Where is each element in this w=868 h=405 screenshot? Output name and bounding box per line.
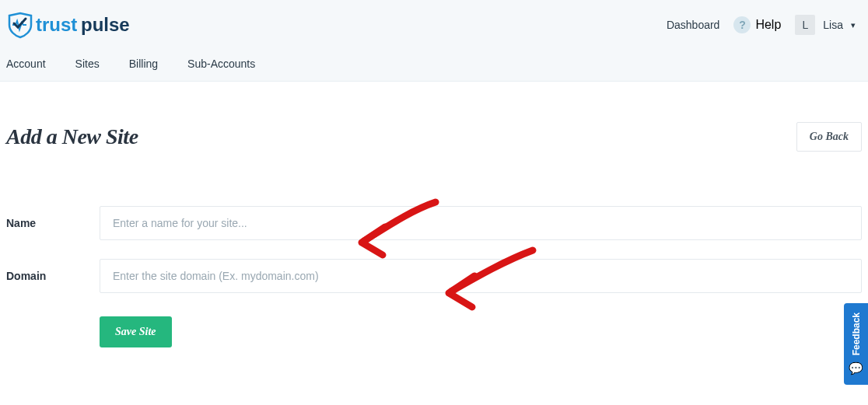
help-label: Help: [755, 18, 781, 32]
go-back-button[interactable]: Go Back: [796, 122, 862, 152]
feedback-label: Feedback: [851, 312, 862, 355]
user-name: Lisa: [823, 19, 843, 31]
brand-logo[interactable]: trust pulse: [6, 11, 146, 39]
chat-icon: 💬: [849, 361, 863, 375]
help-link[interactable]: ? Help: [733, 16, 781, 33]
chevron-down-icon: ▾: [851, 20, 856, 30]
nav-tab-account[interactable]: Account: [6, 58, 46, 70]
site-name-input[interactable]: [100, 206, 862, 240]
nav-tab-sites[interactable]: Sites: [75, 58, 100, 70]
main-content: Add a New Site Go Back Name Domain Save …: [0, 82, 868, 347]
page-title: Add a New Site: [6, 124, 138, 149]
dashboard-link[interactable]: Dashboard: [667, 19, 720, 31]
domain-label: Domain: [6, 270, 100, 282]
nav-tab-billing[interactable]: Billing: [129, 58, 158, 70]
user-menu[interactable]: L Lisa ▾: [795, 15, 856, 35]
nav-tab-sub-accounts[interactable]: Sub-Accounts: [187, 58, 255, 70]
name-label: Name: [6, 217, 100, 229]
top-bar: trust pulse Dashboard ? Help L Lisa ▾ Ac…: [0, 0, 868, 82]
svg-text:pulse: pulse: [81, 14, 130, 35]
help-icon: ?: [733, 16, 751, 33]
nav-tabs: Account Sites Billing Sub-Accounts: [0, 39, 868, 81]
site-domain-input[interactable]: [100, 259, 862, 293]
user-avatar: L: [795, 15, 815, 35]
save-site-button[interactable]: Save Site: [100, 316, 172, 347]
add-site-form: Name Domain Save Site: [6, 167, 862, 347]
feedback-tab[interactable]: Feedback 💬: [844, 303, 868, 385]
trustpulse-logo-icon: trust pulse: [6, 11, 146, 39]
svg-text:trust: trust: [36, 14, 77, 35]
